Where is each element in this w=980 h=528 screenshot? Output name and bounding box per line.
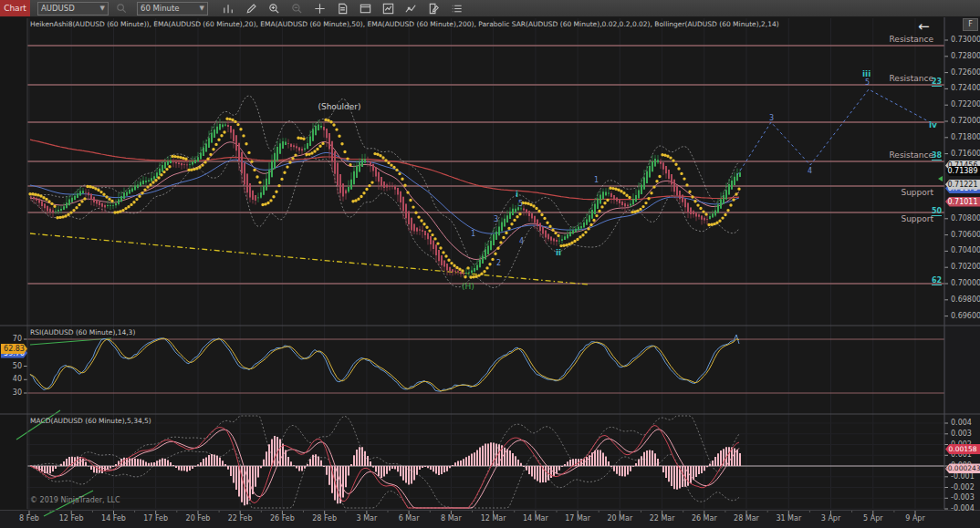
rsi-tick-label: 30: [4, 388, 22, 397]
pencil-draw-icon[interactable]: [243, 1, 259, 16]
time-axis-label: 20 Feb: [178, 514, 218, 523]
instrument-value: AUDUSD: [41, 4, 75, 13]
time-axis-label: 14 Mar: [516, 514, 556, 523]
rsi-marker: 62.83: [1, 344, 27, 354]
main-indicator-label: HeikenAshi8(AUDUSD (60 Minute)), EMA(AUD…: [30, 20, 779, 28]
price-tick-label: 0.71600: [951, 150, 980, 158]
price-tick-label: 0.70600: [951, 231, 980, 239]
elliott-wave-label: 3: [494, 215, 498, 223]
macd-tick-label: 0.004: [951, 419, 972, 427]
price-tick-label: 0.72400: [951, 84, 980, 92]
time-axis-label: 26 Feb: [262, 514, 302, 523]
instrument-select[interactable]: AUDUSD ▼: [37, 2, 109, 16]
price-marker: 0.71221: [945, 180, 980, 190]
sr-line-label: Resistance: [824, 150, 933, 160]
chevron-down-icon: ▼: [100, 5, 105, 12]
time-axis-label: 17 Mar: [558, 514, 598, 523]
macd-tick-label: -0.002: [951, 483, 975, 492]
time-axis-label: 8 Feb: [9, 514, 49, 523]
macd-marker: 0.00158: [945, 444, 980, 454]
price-tick-label: 0.72000: [951, 117, 980, 125]
price-tick-label: 0.70200: [951, 263, 980, 271]
script-edit-icon[interactable]: [425, 1, 442, 16]
search-icon[interactable]: [113, 1, 130, 16]
chart-window-icon[interactable]: [380, 1, 396, 16]
chart-toolbar: Chart AUDUSD ▼ 60 Minute ▼: [0, 0, 980, 17]
time-axis-label: 12 Mar: [474, 514, 514, 523]
crosshair-icon[interactable]: [311, 1, 328, 16]
sr-line-label: Resistance: [824, 35, 933, 44]
scroll-back-arrow-icon[interactable]: ←: [918, 18, 930, 35]
elliott-wave-label: iii: [862, 69, 871, 78]
time-axis-label: 5 Apr: [853, 514, 893, 523]
elliott-wave-label: 2: [496, 259, 501, 267]
price-tick-label: 0.72600: [951, 68, 980, 77]
ninjatrader-chart-window: 0.730000.728000.726000.724000.722000.720…: [0, 0, 980, 528]
panel-window-icon[interactable]: [357, 1, 373, 16]
elliott-wave-label: 3: [769, 114, 774, 122]
time-axis-label: 20 Mar: [599, 514, 640, 523]
interval-value: 60 Minute: [141, 4, 180, 13]
sr-line-label: Support: [824, 188, 933, 197]
time-axis-label: 12 Feb: [51, 514, 91, 523]
time-axis-label: 22 Feb: [220, 514, 260, 523]
interval-select[interactable]: 60 Minute ▼: [137, 2, 208, 16]
time-axis-label: 26 Mar: [684, 514, 725, 523]
price-tick-label: 0.70000: [951, 279, 980, 287]
price-tick-label: 0.70400: [951, 246, 980, 254]
elliott-wave-label: iv: [929, 120, 937, 129]
chevron-down-icon: ▼: [200, 5, 204, 12]
rsi-tick-label: 70: [4, 335, 22, 343]
elliott-wave-label: 4: [519, 237, 524, 245]
elliott-wave-label: 1: [471, 230, 475, 238]
price-tick-label: 0.69600: [951, 312, 980, 320]
time-axis-label: 28 Feb: [305, 514, 345, 523]
elliott-wave-label: 5: [518, 200, 523, 208]
zoom-in-icon[interactable]: [266, 1, 282, 16]
fib-badge: 62: [932, 276, 942, 285]
time-axis-label: 17 Feb: [136, 514, 176, 523]
price-tick-label: 0.72200: [951, 100, 980, 109]
time-axis-label: 22 Mar: [642, 514, 683, 523]
copyright-text: © 2019 NinjaTrader, LLC: [30, 496, 120, 504]
time-axis-label: 14 Feb: [94, 514, 134, 523]
toolbar-icon-strip: [220, 1, 464, 16]
price-marker: 0.71011: [945, 197, 980, 207]
fixed-scale-button[interactable]: F: [963, 18, 978, 31]
price-tick-label: 0.69800: [951, 295, 980, 304]
elliott-wave-label: ii: [556, 248, 561, 257]
macd-tick-label: 0.003: [951, 430, 972, 438]
chart-stage: 0.730000.728000.726000.724000.722000.720…: [0, 0, 980, 528]
time-axis-label: 3 Mar: [347, 514, 387, 523]
time-axis-label: 9 Apr: [895, 514, 935, 523]
rsi-indicator-label: RSI(AUDUSD (60 Minute),14,3): [30, 328, 135, 336]
chart-annotation: (Shoulder): [303, 102, 376, 111]
macd-indicator-label: MACD(AUDUSD (60 Minute),5,34,5): [30, 417, 151, 425]
bar-type-icon[interactable]: [220, 1, 236, 16]
elliott-wave-label: i: [516, 190, 518, 199]
chart-annotation: (H): [456, 282, 480, 291]
rsi-tick-label: 50: [4, 362, 22, 370]
properties-list-icon[interactable]: [448, 1, 464, 16]
rsi-tick-label: 40: [4, 375, 22, 383]
indicator-zigzag-icon[interactable]: [402, 1, 419, 16]
sr-line-label: Support: [824, 214, 933, 223]
price-tick-label: 0.70800: [951, 214, 980, 223]
price-marker: 0.71389: [945, 166, 980, 176]
data-page-icon[interactable]: [334, 1, 350, 16]
time-axis-label: 3 Apr: [811, 514, 851, 523]
elliott-wave-label: 5: [865, 78, 870, 87]
time-axis-label: 28 Mar: [726, 514, 766, 523]
fib-badge: 23: [932, 78, 942, 87]
time-axis-label: 8 Mar: [431, 514, 471, 523]
time-axis-label: 31 Mar: [768, 514, 808, 523]
elliott-wave-label: 1: [594, 176, 599, 184]
tab-chart[interactable]: Chart: [0, 0, 30, 16]
sr-line-label: Resistance: [824, 74, 933, 83]
zoom-out-icon[interactable]: [288, 1, 305, 16]
macd-tick-label: -0.003: [951, 493, 975, 502]
fib-badge: 38: [932, 151, 942, 160]
price-tick-label: 0.71800: [951, 133, 980, 141]
price-tick-label: 0.73000: [951, 36, 980, 44]
fib-badge: 50: [932, 207, 942, 216]
